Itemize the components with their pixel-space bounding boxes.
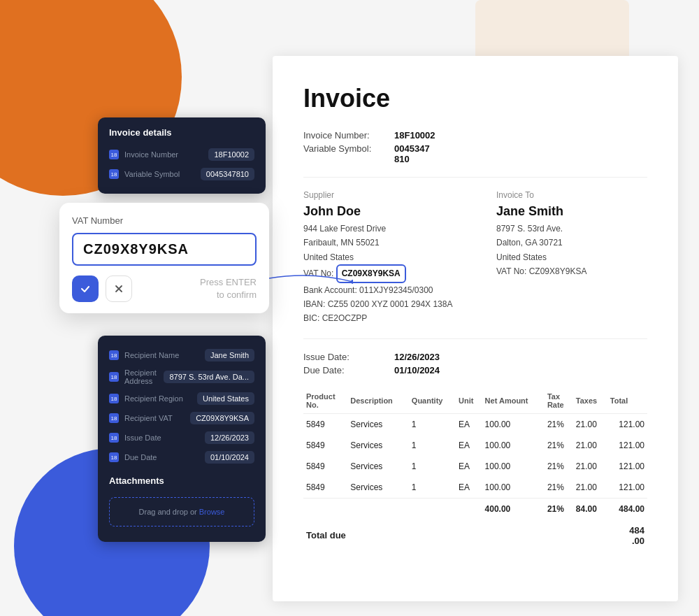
table-header-row: ProductNo. Description Quantity Unit Net… bbox=[303, 388, 647, 414]
cell-tax-rate: 21% bbox=[545, 456, 573, 477]
th-product-no: ProductNo. bbox=[303, 388, 347, 414]
recipient-region-icon: 18 bbox=[109, 394, 119, 403]
cell-unit: EA bbox=[456, 413, 482, 435]
cell-unit: EA bbox=[456, 477, 482, 499]
table-row: 5849 Services 1 EA 100.00 21% 21.00 121.… bbox=[303, 477, 647, 499]
due-date-doc-label: Due Date: bbox=[303, 365, 394, 375]
divider-1 bbox=[303, 177, 647, 178]
panel-row-recipient-address: 18 Recipient Address 8797 S. 53rd Ave. D… bbox=[98, 365, 266, 389]
th-quantity: Quantity bbox=[409, 388, 456, 414]
recipient-name-value: Jane Smith bbox=[205, 349, 254, 361]
due-date-value: 01/10/2024 bbox=[205, 451, 254, 464]
invoice-number-meta-label: Invoice Number: bbox=[303, 130, 394, 141]
table-row: 5849 Services 1 EA 100.00 21% 21.00 121.… bbox=[303, 456, 647, 477]
th-taxes: Taxes bbox=[573, 388, 607, 414]
variable-symbol-label: Variable Symbol bbox=[124, 170, 195, 178]
vat-confirm-button[interactable] bbox=[72, 275, 99, 302]
cell-product: 5849 bbox=[303, 435, 347, 456]
th-tax-rate: TaxRate bbox=[545, 388, 573, 414]
panel-row-recipient-region: 18 Recipient Region United States bbox=[98, 389, 266, 408]
cell-total: 121.00 bbox=[607, 456, 647, 477]
cell-tax-rate: 21% bbox=[545, 477, 573, 499]
invoice-number-icon: 18 bbox=[109, 150, 119, 159]
recipient-vat-icon: 18 bbox=[109, 413, 119, 423]
table-subtotal-row: 400.00 21% 84.00 484.00 bbox=[303, 498, 647, 520]
cell-total: 121.00 bbox=[607, 477, 647, 499]
invoice-number-meta-value: 18F10002 bbox=[394, 130, 435, 141]
vat-popup-card: VAT Number CZ09X8Y9KSA Press ENTERto con… bbox=[59, 203, 269, 313]
invoice-number-row: Invoice Number: 18F10002 bbox=[303, 130, 647, 141]
issue-date-label: Issue Date bbox=[124, 434, 199, 442]
browse-link[interactable]: Browse bbox=[199, 508, 225, 516]
th-total: Total bbox=[607, 388, 647, 414]
vat-input-display[interactable]: CZ09X8Y9KSA bbox=[72, 233, 257, 266]
panel-row-recipient-vat: 18 Recipient VAT CZ09X8Y9KSA bbox=[98, 408, 266, 428]
recipient-address-value: 8797 S. 53rd Ave. Da... bbox=[164, 371, 254, 383]
panel-row-recipient-name: 18 Recipient Name Jane Smith bbox=[98, 345, 266, 365]
panel-title: Invoice details bbox=[98, 127, 266, 145]
issue-date-doc-value: 12/26/2023 bbox=[394, 352, 440, 362]
drag-drop-area[interactable]: Drag and drop or Browse bbox=[109, 497, 254, 527]
recipient-address-icon: 18 bbox=[109, 372, 119, 382]
total-value: 484.00 bbox=[607, 520, 647, 552]
invoice-number-label: Invoice Number bbox=[124, 150, 203, 159]
cell-qty: 1 bbox=[409, 413, 456, 435]
invoice-parties: Supplier John Doe 944 Lake Forest Drive … bbox=[303, 190, 647, 326]
cell-unit: EA bbox=[456, 456, 482, 477]
cell-tax-rate: 21% bbox=[545, 413, 573, 435]
panel-row-invoice-number: 18 Invoice Number 18F10002 bbox=[98, 145, 266, 164]
recipient-address-label: Recipient Address bbox=[124, 368, 158, 385]
recipient-region-value: United States bbox=[197, 392, 254, 405]
attachments-title: Attachments bbox=[98, 467, 266, 492]
th-net-amount: Net Amount bbox=[482, 388, 545, 414]
recipient-name-icon: 18 bbox=[109, 350, 119, 360]
recipient-region-label: Recipient Region bbox=[124, 394, 192, 403]
cell-desc: Services bbox=[347, 413, 409, 435]
cell-qty: 1 bbox=[409, 435, 456, 456]
cell-net: 100.00 bbox=[482, 435, 545, 456]
cell-taxes: 21.00 bbox=[573, 435, 607, 456]
invoice-details-panel: Invoice details 18 Invoice Number 18F100… bbox=[98, 117, 266, 194]
panel-row-issue-date: 18 Issue Date 12/26/2023 bbox=[98, 428, 266, 447]
cell-qty: 1 bbox=[409, 456, 456, 477]
bottom-panel: 18 Recipient Name Jane Smith 18 Recipien… bbox=[98, 336, 266, 542]
cell-taxes: 21.00 bbox=[573, 413, 607, 435]
cell-net: 100.00 bbox=[482, 413, 545, 435]
vat-cancel-button[interactable] bbox=[106, 275, 132, 302]
supplier-label: Supplier bbox=[303, 190, 454, 200]
invoice-number-value: 18F10002 bbox=[208, 148, 254, 161]
recipient-section: Invoice To Jane Smith 8797 S. 53rd Ave. … bbox=[496, 190, 647, 326]
cell-desc: Services bbox=[347, 477, 409, 499]
recipient-name-label: Recipient Name bbox=[124, 351, 199, 359]
cell-total: 121.00 bbox=[607, 413, 647, 435]
invoice-document: Invoice Invoice Number: 18F10002 Variabl… bbox=[273, 56, 678, 601]
issue-date-value: 12/26/2023 bbox=[205, 431, 254, 444]
issue-date-row: Issue Date: 12/26/2023 bbox=[303, 352, 647, 362]
table-row: 5849 Services 1 EA 100.00 21% 21.00 121.… bbox=[303, 413, 647, 435]
supplier-section: Supplier John Doe 944 Lake Forest Drive … bbox=[303, 190, 454, 326]
recipient-vat-value: CZ09X8Y9KSA bbox=[190, 412, 254, 424]
cell-product: 5849 bbox=[303, 456, 347, 477]
cell-net: 100.00 bbox=[482, 456, 545, 477]
invoice-title: Invoice bbox=[303, 84, 647, 113]
variable-symbol-value: 0045347810 bbox=[201, 168, 254, 180]
subtotal-taxes: 84.00 bbox=[573, 498, 607, 520]
cell-taxes: 21.00 bbox=[573, 477, 607, 499]
variable-symbol-icon: 18 bbox=[109, 169, 119, 179]
invoice-dates: Issue Date: 12/26/2023 Due Date: 01/10/2… bbox=[303, 352, 647, 375]
cell-desc: Services bbox=[347, 456, 409, 477]
vat-hint-text: Press ENTERto confirm bbox=[139, 276, 257, 301]
subtotal-net: 400.00 bbox=[482, 498, 545, 520]
due-date-row: Due Date: 01/10/2024 bbox=[303, 365, 647, 375]
invoice-to-label: Invoice To bbox=[496, 190, 647, 200]
cell-qty: 1 bbox=[409, 477, 456, 499]
panel-row-variable-symbol: 18 Variable Symbol 0045347810 bbox=[98, 164, 266, 184]
cell-tax-rate: 21% bbox=[545, 435, 573, 456]
cell-net: 100.00 bbox=[482, 477, 545, 499]
issue-date-doc-label: Issue Date: bbox=[303, 352, 394, 362]
total-label: Total due bbox=[303, 520, 573, 552]
due-date-doc-value: 01/10/2024 bbox=[394, 365, 440, 375]
subtotal-tax-rate: 21% bbox=[545, 498, 573, 520]
connector-line bbox=[269, 268, 353, 289]
cell-total: 121.00 bbox=[607, 435, 647, 456]
